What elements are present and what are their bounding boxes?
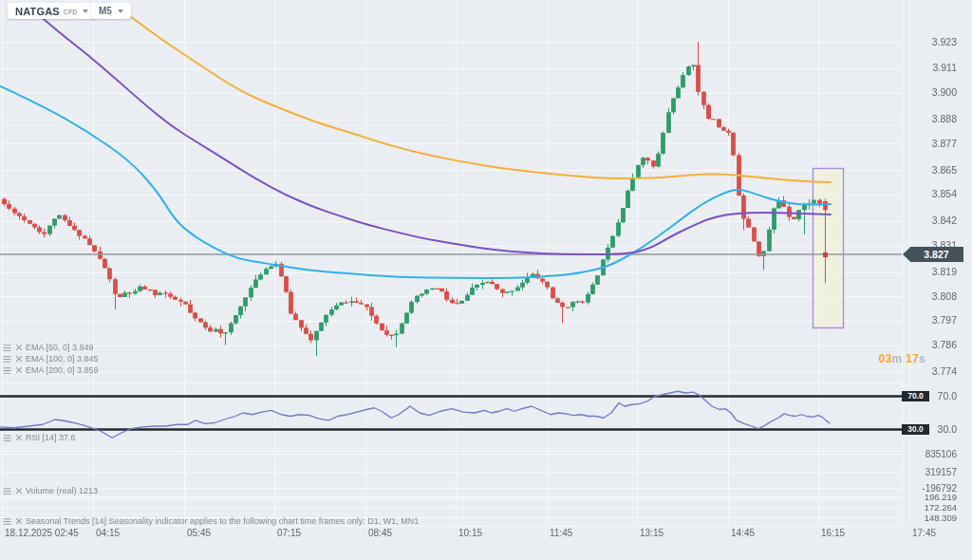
price-axis-label: 3.900 <box>900 87 957 98</box>
current-price-badge: 3.827 <box>903 247 963 262</box>
volume-axis-label: 319157 <box>900 467 957 477</box>
timeframe-selector[interactable]: M5 <box>91 3 131 19</box>
indicator-close-icon[interactable] <box>14 366 23 375</box>
time-axis-label: 16:15 <box>821 528 845 538</box>
instrument-type-label: CFD <box>64 9 77 15</box>
price-axis-label: 3.854 <box>900 189 957 199</box>
ema-50-legend: EMA [50, 0] 3.849 <box>3 343 94 352</box>
candle-close-countdown: 03m 17s <box>850 352 925 365</box>
indicator-settings-icon[interactable] <box>3 434 11 442</box>
indicator-close-icon[interactable] <box>14 434 23 442</box>
indicator-label: EMA [200, 0] 3.859 <box>26 365 99 375</box>
indicator-close-icon[interactable] <box>14 355 23 364</box>
time-axis-label: 05:45 <box>187 528 211 538</box>
symbol-name: NATGAS <box>15 6 60 17</box>
time-axis-label: 10:15 <box>458 528 482 538</box>
indicator-settings-icon[interactable] <box>3 487 11 495</box>
price-axis-label: 3.877 <box>900 139 957 149</box>
ema-100-legend: EMA [100, 0] 3.845 <box>3 354 99 364</box>
price-axis-label: 3.786 <box>900 340 957 350</box>
trading-chart-window: NATGAS CFD M5 EMA [50, 0] 3.849EMA [100,… <box>0 0 972 560</box>
time-axis-label: 04:15 <box>96 528 120 538</box>
seasonal-trends-legend: Seasonal Trends [14] Seasonality indicat… <box>3 516 419 526</box>
chevron-down-icon <box>83 9 88 13</box>
seasonal-axis-label: 172.264 <box>900 502 957 513</box>
price-axis-label: 3.808 <box>900 291 957 302</box>
indicator-label: Seasonal Trends [14] Seasonality indicat… <box>26 516 419 526</box>
price-axis-label: 3.774 <box>900 366 957 377</box>
indicator-settings-icon[interactable] <box>3 355 11 364</box>
time-axis-label: 17:45 <box>912 528 936 538</box>
price-axis-label: 3.842 <box>900 215 957 226</box>
price-axis-label: 3.819 <box>900 267 957 277</box>
symbol-selector[interactable]: NATGAS CFD <box>8 3 96 19</box>
price-axis-label: 3.797 <box>900 315 957 326</box>
price-axis-label: 3.923 <box>900 37 957 47</box>
indicator-settings-icon[interactable] <box>3 366 11 375</box>
price-axis-label: 3.888 <box>900 114 957 124</box>
time-axis-label: 18.12.2025 02:45 <box>5 528 79 538</box>
current-price-value: 3.827 <box>924 249 948 260</box>
chevron-down-icon <box>118 9 123 13</box>
indicator-label: Volume (real) 1213 <box>26 486 98 495</box>
indicator-settings-icon[interactable] <box>3 344 11 352</box>
indicator-label: EMA [100, 0] 3.845 <box>26 354 99 364</box>
time-axis-label: 11:45 <box>550 528 572 538</box>
price-axis-label: 3.865 <box>900 165 957 176</box>
volume-axis-label: 835106 <box>900 449 957 459</box>
ema-200-legend: EMA [200, 0] 3.859 <box>3 365 99 375</box>
rsi-lower-level-badge: 30.0 <box>902 424 929 435</box>
seasonal-axis-label: 196.219 <box>900 492 957 502</box>
rsi-upper-level-badge: 70.0 <box>902 391 929 401</box>
rsi-legend: RSI [14] 37.6 <box>3 433 76 442</box>
timeframe-label: M5 <box>99 6 112 16</box>
indicator-close-icon[interactable] <box>14 487 23 495</box>
indicator-label: EMA [50, 0] 3.849 <box>26 343 94 352</box>
time-axis-label: 07:15 <box>277 528 301 538</box>
indicator-settings-icon[interactable] <box>3 517 11 526</box>
chart-canvas[interactable] <box>0 0 972 560</box>
seasonal-axis-label: 148.309 <box>900 513 957 523</box>
indicator-close-icon[interactable] <box>14 517 23 526</box>
time-axis-label: 14:45 <box>731 528 755 538</box>
price-axis-label: 3.911 <box>900 63 957 73</box>
indicator-label: RSI [14] 37.6 <box>26 433 76 442</box>
time-axis-label: 13:15 <box>640 528 664 538</box>
indicator-close-icon[interactable] <box>14 344 23 352</box>
time-axis-label: 08:45 <box>368 528 392 538</box>
volume-legend: Volume (real) 1213 <box>3 486 98 495</box>
